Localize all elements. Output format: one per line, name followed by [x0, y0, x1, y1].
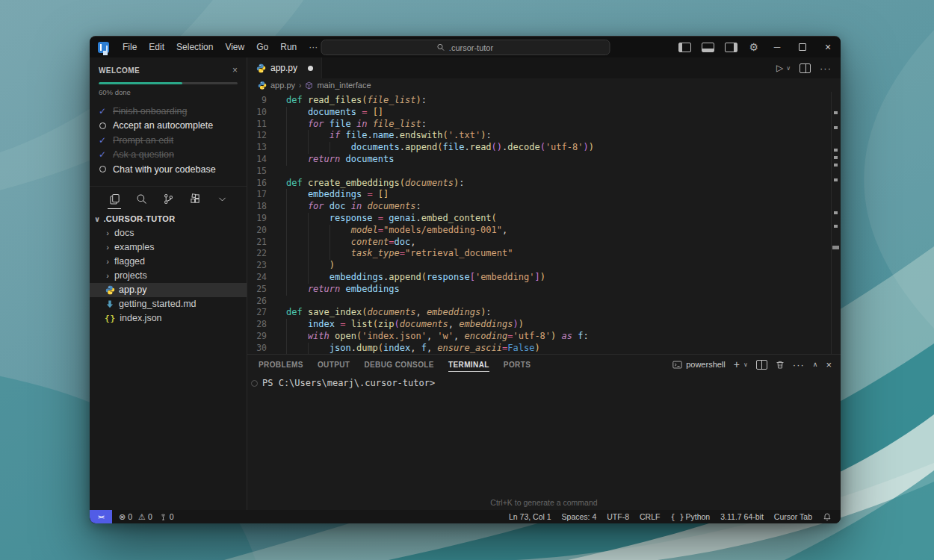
- eol-sequence[interactable]: CRLF: [640, 512, 660, 521]
- checklist-item[interactable]: Accept an autocomplete: [99, 119, 238, 134]
- checklist-item[interactable]: ✓Finish onboarding: [99, 104, 238, 119]
- braces-icon: { }: [670, 513, 684, 521]
- check-icon: ✓: [99, 135, 106, 146]
- line-number: 30: [247, 343, 267, 354]
- command-center-search[interactable]: .cursor-tutor: [321, 40, 610, 55]
- bell-icon[interactable]: [823, 512, 832, 522]
- checklist-item[interactable]: ✓Ask a question: [99, 148, 238, 163]
- markdown-file-icon: [105, 299, 115, 309]
- run-button[interactable]: ▷: [776, 63, 783, 73]
- problems-status[interactable]: ⊗ 0 ⚠ 0: [119, 512, 152, 521]
- sidebar-toolbar: [90, 187, 247, 212]
- toggle-primary-sidebar-icon[interactable]: [678, 43, 691, 52]
- panel-tab-problems[interactable]: PROBLEMS: [259, 358, 303, 372]
- code-line: 27def save_index(documents, embeddings):: [247, 307, 841, 319]
- toggle-secondary-sidebar-icon[interactable]: [725, 43, 737, 52]
- indent-guide: [286, 119, 308, 131]
- indent-guide: [286, 272, 330, 284]
- minimize-button[interactable]: ─: [764, 37, 790, 57]
- chevron-down-icon[interactable]: [214, 191, 230, 208]
- explorer-root-folder[interactable]: ∨ .CURSOR-TUTOR: [90, 212, 247, 226]
- root-folder-label: .CURSOR-TUTOR: [103, 214, 175, 223]
- menu-go[interactable]: Go: [250, 40, 274, 55]
- maximize-button[interactable]: [790, 37, 815, 57]
- editor-more-actions-icon[interactable]: ···: [820, 63, 832, 74]
- circle-icon: [99, 122, 106, 129]
- line-number: 16: [247, 178, 267, 190]
- cursor-tab-status[interactable]: Cursor Tab: [774, 512, 812, 521]
- tab-app-py[interactable]: app.py: [247, 57, 322, 78]
- menu-selection[interactable]: Selection: [170, 40, 219, 55]
- explorer-tree: ›docs›examples›flagged›projectsapp.pyget…: [90, 226, 247, 326]
- editor-tab-bar: app.py ▷ ∨ ···: [247, 57, 841, 78]
- remote-indicator[interactable]: ><: [90, 510, 112, 523]
- ruler-mark: [834, 156, 838, 159]
- breadcrumb-symbol[interactable]: main_interface: [317, 81, 371, 90]
- welcome-progress-label: 60% done: [99, 88, 238, 96]
- panel-more-actions-icon[interactable]: ···: [793, 359, 805, 370]
- terminal-dropdown-chevron-icon[interactable]: ∨: [743, 361, 748, 368]
- panel-tab-terminal[interactable]: TERMINAL: [448, 358, 489, 372]
- split-editor-icon[interactable]: [800, 63, 811, 73]
- terminal[interactable]: PS C:\Users\mearj\.cursor-tutor>: [247, 374, 841, 510]
- code-line: 24embeddings.append(response['embedding'…: [247, 272, 841, 284]
- checklist-item[interactable]: ✓Prompt an edit: [99, 133, 238, 148]
- code-line: 21content=doc,: [247, 237, 841, 249]
- encoding[interactable]: UTF-8: [607, 512, 629, 521]
- menu-edit[interactable]: Edit: [143, 40, 170, 55]
- close-panel-icon[interactable]: ×: [826, 359, 832, 370]
- close-button[interactable]: ×: [815, 37, 841, 57]
- menu-view[interactable]: View: [219, 40, 250, 55]
- run-dropdown-chevron-icon[interactable]: ∨: [786, 65, 791, 72]
- checklist-item[interactable]: Chat with your codebase: [99, 162, 238, 177]
- python-interpreter[interactable]: 3.11.7 64-bit: [720, 512, 764, 521]
- folder-docs[interactable]: ›docs: [90, 226, 247, 240]
- maximize-panel-icon[interactable]: ∧: [813, 361, 818, 368]
- search-icon[interactable]: [133, 191, 149, 208]
- folder-projects[interactable]: ›projects: [90, 269, 247, 283]
- welcome-checklist: ✓Finish onboardingAccept an autocomplete…: [99, 104, 238, 177]
- overview-ruler[interactable]: [831, 92, 841, 354]
- code-editor[interactable]: 9def read_files(file_list):10documents =…: [247, 92, 841, 354]
- shell-selector[interactable]: powershell: [672, 360, 726, 370]
- line-number: 28: [247, 319, 267, 331]
- line-number: 23: [247, 260, 267, 272]
- symbol-icon: [305, 81, 313, 90]
- ports-status[interactable]: 0: [159, 512, 174, 521]
- menu-run[interactable]: Run: [274, 40, 303, 55]
- ruler-mark: [834, 178, 838, 181]
- line-number: 29: [247, 331, 267, 343]
- search-text: .cursor-tutor: [449, 43, 493, 52]
- terminal-icon: [672, 360, 682, 370]
- check-icon: ✓: [99, 149, 106, 160]
- welcome-panel: WELCOME × 60% done ✓Finish onboardingAcc…: [90, 57, 247, 187]
- panel-tab-debug-console[interactable]: DEBUG CONSOLE: [364, 358, 434, 372]
- code-line: 10documents = []: [247, 107, 841, 119]
- panel-tab-ports[interactable]: PORTS: [504, 358, 531, 372]
- chevron-right-icon: ›: [105, 243, 111, 252]
- indentation[interactable]: Spaces: 4: [562, 512, 597, 521]
- breadcrumb-file[interactable]: app.py: [270, 81, 295, 90]
- search-icon: [437, 43, 445, 52]
- trash-icon[interactable]: [776, 360, 785, 370]
- explorer-copy-icon[interactable]: [106, 191, 123, 208]
- new-terminal-icon[interactable]: +: [734, 358, 740, 370]
- toggle-panel-icon[interactable]: [702, 43, 714, 52]
- extensions-icon[interactable]: [187, 191, 203, 208]
- file-index-json[interactable]: {}index.json: [90, 311, 247, 326]
- split-terminal-icon[interactable]: [756, 360, 767, 370]
- checklist-label: Ask a question: [113, 149, 174, 160]
- unsaved-dot-icon[interactable]: [308, 66, 313, 71]
- settings-gear-icon[interactable]: ⚙: [749, 42, 758, 52]
- welcome-close-icon[interactable]: ×: [232, 65, 238, 75]
- language-mode[interactable]: { }Python: [670, 512, 710, 521]
- folder-flagged[interactable]: ›flagged: [90, 255, 247, 269]
- menu-file[interactable]: File: [117, 40, 143, 55]
- panel-tab-output[interactable]: OUTPUT: [318, 358, 350, 372]
- cursor-position[interactable]: Ln 73, Col 1: [509, 512, 551, 521]
- source-control-icon[interactable]: [160, 191, 176, 208]
- code-line: 17embeddings = []: [247, 189, 841, 201]
- folder-examples[interactable]: ›examples: [90, 240, 247, 255]
- file-app-py[interactable]: app.py: [90, 283, 247, 297]
- file-getting-started-md[interactable]: getting_started.md: [90, 297, 247, 311]
